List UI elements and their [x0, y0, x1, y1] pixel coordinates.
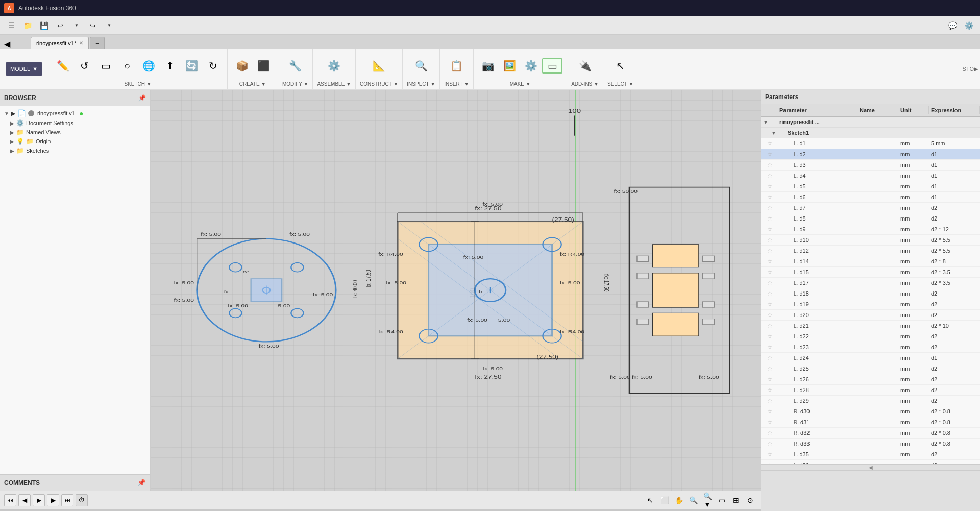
- param-row-d15[interactable]: ☆ L. d15 mm d2 * 3.5: [761, 267, 980, 278]
- tab-close-button[interactable]: ✕: [79, 40, 83, 46]
- param-star-d26[interactable]: ☆: [765, 375, 781, 384]
- param-row-d26[interactable]: ☆ L. d26 mm d2: [761, 374, 980, 385]
- redo-button[interactable]: ↪: [86, 18, 100, 33]
- param-star-d31[interactable]: ☆: [765, 418, 781, 427]
- modify-button[interactable]: 🔧: [285, 59, 306, 73]
- tree-item-sketches[interactable]: ▶ 📁 Sketches: [0, 146, 150, 155]
- param-row-d14[interactable]: ☆ L. d14 mm d2 * 8: [761, 256, 980, 267]
- param-row-d7[interactable]: ☆ L. d7 mm d2: [761, 203, 980, 213]
- param-star-d25[interactable]: ☆: [765, 364, 781, 373]
- param-star-d32[interactable]: ☆: [765, 428, 781, 437]
- param-star-d28[interactable]: ☆: [765, 385, 781, 395]
- active-tab[interactable]: rinoypressfit v1* ✕: [31, 37, 89, 49]
- param-row-d30[interactable]: ☆ R. d30 mm d2 * 0.8: [761, 406, 980, 417]
- param-star-d35[interactable]: ☆: [765, 450, 781, 459]
- sketch-button[interactable]: ✏️: [53, 59, 73, 73]
- param-star-d5[interactable]: ☆: [765, 182, 781, 191]
- tree-item-named-views[interactable]: ▶ 📁 Named Views: [0, 128, 150, 137]
- param-row-d12[interactable]: ☆ L. d12 mm d2 * 5.5: [761, 246, 980, 256]
- nav-prev-button[interactable]: ◀: [18, 494, 31, 506]
- param-row-d9[interactable]: ☆ L. d9 mm d2 * 12: [761, 224, 980, 235]
- assemble-button[interactable]: ⚙️: [324, 59, 345, 73]
- param-star-d10[interactable]: ☆: [765, 235, 781, 245]
- create-mirror-button[interactable]: ⬛: [253, 59, 274, 73]
- param-star-d30[interactable]: ☆: [765, 407, 781, 416]
- param-row-d31[interactable]: ☆ R. d31 mm d2 * 0.8: [761, 417, 980, 428]
- param-star-d7[interactable]: ☆: [765, 203, 781, 212]
- display-mode-button[interactable]: ▭: [716, 494, 728, 506]
- param-row-d8[interactable]: ☆ L. d8 mm d2: [761, 213, 980, 224]
- grid-button[interactable]: ⊞: [730, 494, 742, 506]
- create-button[interactable]: 📦: [232, 59, 252, 73]
- param-star-d1[interactable]: ☆: [765, 139, 781, 148]
- params-group-sketch1[interactable]: ▼ Sketch1: [761, 128, 980, 138]
- param-row-d36[interactable]: ☆ L. d36 mm d2: [761, 460, 980, 464]
- param-star-d2[interactable]: ☆: [765, 150, 781, 159]
- tree-item-origin[interactable]: ▶ 💡 📁 Origin: [0, 137, 150, 146]
- param-star-d12[interactable]: ☆: [765, 246, 781, 255]
- param-row-d29[interactable]: ☆ L. d29 mm d2: [761, 396, 980, 406]
- param-star-d23[interactable]: ☆: [765, 343, 781, 352]
- insert-button[interactable]: 📋: [447, 59, 467, 73]
- scroll-indicator[interactable]: ◀: [761, 464, 980, 470]
- param-row-d35[interactable]: ☆ L. d35 mm d2: [761, 449, 980, 460]
- undo-dropdown-button[interactable]: ▼: [69, 18, 84, 33]
- param-row-d18[interactable]: ☆ L. d18 mm d2: [761, 288, 980, 299]
- inspect-button[interactable]: 🔍: [411, 59, 431, 73]
- param-star-d24[interactable]: ☆: [765, 353, 781, 362]
- pan-button[interactable]: ✋: [673, 494, 685, 506]
- param-star-d33[interactable]: ☆: [765, 439, 781, 448]
- param-star-d9[interactable]: ☆: [765, 225, 781, 234]
- param-row-d3[interactable]: ☆ L. d3 mm d1: [761, 160, 980, 171]
- param-row-d10[interactable]: ☆ L. d10 mm d2 * 5.5: [761, 235, 980, 246]
- construct-button[interactable]: 📐: [369, 59, 389, 73]
- param-star-d8[interactable]: ☆: [765, 214, 781, 223]
- nav-last-button[interactable]: ⏭: [61, 494, 74, 506]
- canvas-area[interactable]: 100 100 fx: 5.00 fx: [151, 90, 761, 491]
- nav-next-button[interactable]: ▶: [47, 494, 59, 506]
- sketch-revolve-button[interactable]: ↻: [203, 59, 223, 73]
- param-star-d15[interactable]: ☆: [765, 267, 781, 277]
- param-row-d28[interactable]: ☆ L. d28 mm d2: [761, 385, 980, 396]
- param-row-d23[interactable]: ☆ L. d23 mm d2: [761, 342, 980, 353]
- select-button[interactable]: ↖: [610, 59, 631, 73]
- tree-item-root[interactable]: ▼ ▶ 📄 rinoypressfit v1 ●: [0, 108, 150, 118]
- zoom-button[interactable]: 🔍: [687, 494, 699, 506]
- sketch-circle-button[interactable]: ○: [117, 59, 137, 73]
- make-camera-button[interactable]: 📷: [478, 59, 498, 73]
- make-render-button[interactable]: 🖼️: [499, 59, 520, 73]
- param-row-d33[interactable]: ☆ R. d33 mm d2 * 0.8: [761, 439, 980, 449]
- nav-first-button[interactable]: ⏮: [4, 494, 16, 506]
- cursor-mode-button[interactable]: ↖: [644, 494, 656, 506]
- param-star-d22[interactable]: ☆: [765, 332, 781, 341]
- make-settings-button[interactable]: ⚙️: [521, 59, 541, 73]
- orbit-button[interactable]: ⊙: [744, 494, 756, 506]
- timeline-button[interactable]: ⏱: [76, 494, 88, 506]
- param-star-d14[interactable]: ☆: [765, 257, 781, 266]
- param-row-d24[interactable]: ☆ L. d24 mm d1: [761, 353, 980, 363]
- param-row-d19[interactable]: ☆ L. d19 mm d2: [761, 299, 980, 310]
- param-star-d21[interactable]: ☆: [765, 321, 781, 330]
- browser-pin-button[interactable]: 📌: [138, 94, 146, 102]
- param-star-d20[interactable]: ☆: [765, 310, 781, 320]
- redo-dropdown-button[interactable]: ▼: [102, 18, 116, 33]
- param-row-d21[interactable]: ☆ L. d21 mm d2 * 10: [761, 321, 980, 331]
- zoom-dropdown-button[interactable]: 🔍▼: [701, 494, 714, 506]
- param-star-d6[interactable]: ☆: [765, 192, 781, 202]
- tree-item-doc-settings[interactable]: ▶ ⚙️ Document Settings: [0, 118, 150, 128]
- param-star-d29[interactable]: ☆: [765, 396, 781, 405]
- nav-play-button[interactable]: ▶: [33, 494, 45, 506]
- param-row-d5[interactable]: ☆ L. d5 mm d1: [761, 181, 980, 192]
- sketch-sweep-button[interactable]: 🔄: [181, 59, 202, 73]
- undo-button[interactable]: ↩: [53, 18, 67, 33]
- sketch-globe-button[interactable]: 🌐: [138, 59, 159, 73]
- param-star-d18[interactable]: ☆: [765, 289, 781, 298]
- model-selector-button[interactable]: MODEL ▼: [6, 62, 42, 76]
- param-row-d20[interactable]: ☆ L. d20 mm d2: [761, 310, 980, 321]
- param-star-d19[interactable]: ☆: [765, 300, 781, 309]
- sketch-view[interactable]: 100 100 fx: 5.00 fx: [151, 90, 761, 491]
- new-tab-button[interactable]: +: [90, 37, 104, 49]
- param-row-d25[interactable]: ☆ L. d25 mm d2: [761, 363, 980, 374]
- param-row-d4[interactable]: ☆ L. d4 mm d1: [761, 171, 980, 181]
- param-star-d36[interactable]: ☆: [765, 460, 781, 464]
